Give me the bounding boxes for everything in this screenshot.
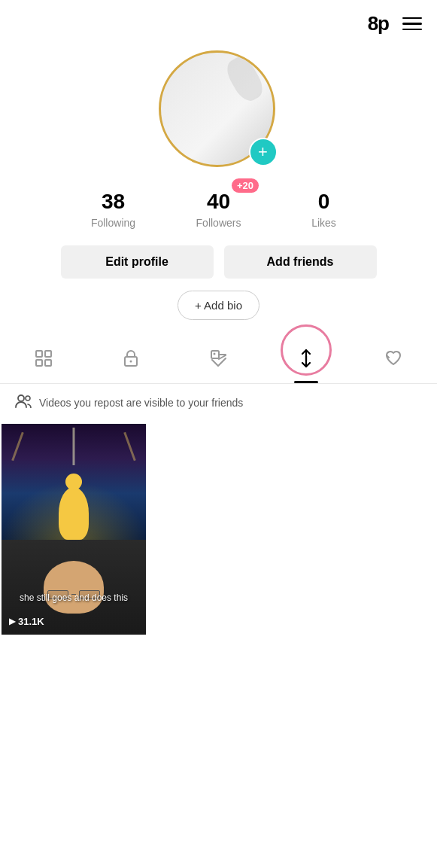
lock-icon — [123, 350, 138, 371]
tab-grid[interactable] — [0, 340, 87, 382]
svg-point-7 — [213, 352, 215, 355]
profile-section: + 38 Following 40 +20 Followers 0 Likes … — [0, 43, 437, 338]
stat-followers[interactable]: 40 +20 Followers — [166, 189, 272, 229]
add-bio-button[interactable]: + Add bio — [178, 291, 259, 320]
menu-line-3 — [402, 29, 422, 31]
tab-liked[interactable] — [350, 340, 437, 382]
people-icon — [15, 394, 32, 412]
svg-rect-2 — [36, 360, 42, 366]
svg-point-10 — [26, 396, 30, 400]
menu-line-2 — [402, 23, 422, 25]
concert-scene — [2, 424, 146, 540]
followers-label: Followers — [196, 217, 241, 229]
avatar-add-button[interactable]: + — [249, 138, 278, 166]
grid-icon — [35, 350, 52, 371]
repost-icon — [296, 349, 316, 373]
tab-tagged[interactable] — [174, 340, 262, 382]
edit-profile-button[interactable]: Edit profile — [61, 245, 214, 279]
stat-following[interactable]: 38 Following — [61, 189, 166, 229]
following-count: 38 — [102, 189, 125, 215]
menu-line-1 — [402, 17, 422, 20]
app-logo: 8p — [368, 12, 389, 35]
svg-rect-1 — [45, 351, 51, 357]
video-grid: she still goes and does this ▶ 31.1K — [0, 424, 437, 651]
avatar-wrapper: + — [159, 50, 279, 171]
following-label: Following — [91, 217, 135, 229]
concert-performer — [59, 487, 89, 540]
video-views: ▶ 31.1K — [9, 616, 44, 627]
repost-info-bar: Videos you repost are visible to your fr… — [0, 384, 437, 422]
action-buttons: Edit profile Add friends — [46, 245, 392, 279]
svg-rect-0 — [36, 351, 42, 357]
stat-likes[interactable]: 0 Likes — [272, 189, 377, 229]
menu-button[interactable] — [402, 17, 422, 31]
add-friends-button[interactable]: Add friends — [224, 245, 377, 279]
video-caption: she still goes and does this — [8, 592, 140, 603]
play-icon: ▶ — [9, 617, 15, 626]
stats-row: 38 Following 40 +20 Followers 0 Likes — [61, 189, 377, 229]
tabs-row — [0, 338, 437, 384]
video-item[interactable]: she still goes and does this ▶ 31.1K — [2, 424, 146, 635]
heart-icon — [385, 350, 402, 371]
header: 8p — [0, 0, 437, 43]
view-count: 31.1K — [18, 616, 44, 627]
svg-point-9 — [18, 395, 24, 401]
repost-info-text: Videos you repost are visible to your fr… — [39, 397, 243, 409]
face-shape — [44, 561, 104, 614]
likes-label: Likes — [311, 217, 336, 229]
video-thumbnail: she still goes and does this ▶ 31.1K — [2, 424, 146, 635]
followers-count: 40 — [207, 189, 230, 215]
followers-badge: +20 — [232, 178, 259, 193]
tag-icon — [211, 350, 227, 371]
svg-point-5 — [130, 360, 132, 362]
tab-private[interactable] — [87, 340, 174, 382]
likes-count: 0 — [318, 189, 330, 215]
svg-rect-3 — [45, 360, 51, 366]
tab-repost[interactable] — [263, 338, 350, 383]
